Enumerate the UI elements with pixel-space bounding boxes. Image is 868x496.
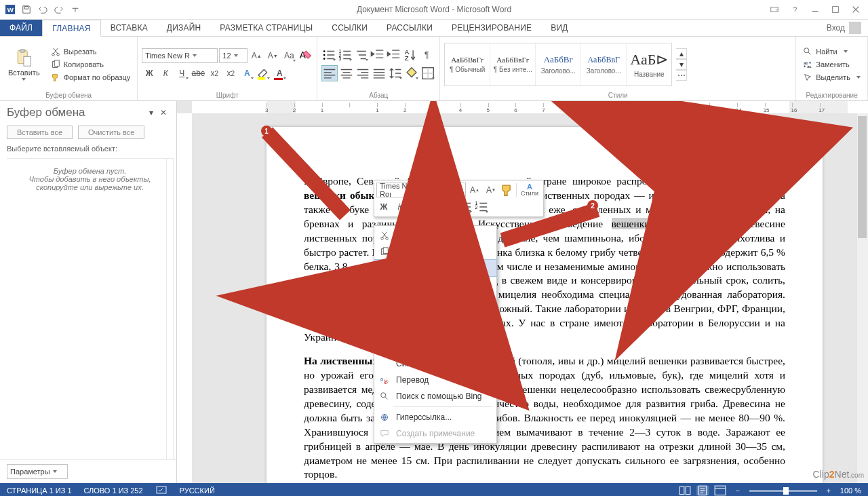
document-text[interactable]: В Европе, Северной Америке, Азии и в наш… (267, 127, 823, 483)
ctx-paste-options-header[interactable]: Параметры вставки: (374, 260, 496, 276)
highlight-icon[interactable] (256, 66, 271, 81)
tab-design[interactable]: ДИЗАЙН (157, 20, 211, 36)
mini-font-combo[interactable]: Times New Roı (376, 183, 439, 197)
spellcheck-icon[interactable] (155, 486, 167, 495)
style-nospacing[interactable]: АаБбВвГг¶ Без инте... (490, 43, 536, 85)
mini-size-combo[interactable]: 12 (440, 183, 466, 197)
view-read-icon[interactable] (679, 486, 691, 495)
tab-mailings[interactable]: РАССЫЛКИ (377, 20, 442, 36)
ctx-synonyms[interactable]: Синонимы (374, 356, 496, 372)
qat-customize-icon[interactable] (68, 2, 83, 17)
mini-grow-font-icon[interactable]: A▲ (467, 183, 482, 197)
mini-numbering-icon[interactable]: 12 (474, 199, 489, 214)
ribbon-display-icon[interactable] (765, 2, 784, 17)
ctx-translate[interactable]: a妙Перевод (374, 372, 496, 388)
grow-font-icon[interactable]: A▲ (249, 48, 264, 63)
replace-button[interactable]: abacЗаменить (800, 58, 863, 71)
undo-icon[interactable] (35, 2, 50, 17)
text-effects-icon[interactable]: A (239, 66, 254, 81)
ctx-search-bing[interactable]: Поиск с помощью Bing (374, 388, 496, 404)
mini-format-painter-icon[interactable] (500, 183, 515, 197)
font-name-combo[interactable]: Times New R (142, 48, 218, 63)
font-color-icon[interactable]: A (272, 66, 287, 81)
zoom-level[interactable]: 100 % (840, 487, 861, 495)
show-marks-icon[interactable]: ¶ (419, 47, 434, 62)
ctx-paste-keep-source[interactable] (393, 278, 415, 302)
word-app-icon[interactable]: W (3, 2, 18, 17)
ctx-paragraph[interactable]: Абзац... (374, 323, 496, 339)
tab-layout[interactable]: РАЗМЕТКА СТРАНИЦЫ (210, 20, 322, 36)
vertical-scrollbar[interactable] (856, 113, 868, 483)
minimize-icon[interactable] (806, 2, 825, 17)
bullets-icon[interactable] (321, 47, 336, 62)
style-heading2[interactable]: АаБбВвГЗаголово... (581, 43, 627, 85)
line-spacing-icon[interactable] (388, 66, 403, 81)
ctx-copy[interactable]: Копировать (374, 244, 496, 260)
align-right-icon[interactable] (355, 66, 370, 81)
maximize-icon[interactable] (826, 2, 845, 17)
vertical-ruler[interactable] (177, 113, 193, 483)
justify-icon[interactable] (372, 66, 387, 81)
shading-icon[interactable] (404, 66, 419, 81)
save-icon[interactable] (19, 2, 34, 17)
mini-font-color-icon[interactable]: A (441, 199, 456, 214)
ctx-define[interactable]: Определить (374, 339, 496, 356)
document-page[interactable]: В Европе, Северной Америке, Азии и в наш… (267, 127, 823, 483)
ctx-hyperlink[interactable]: Гиперссылка... (374, 409, 496, 425)
mini-bullets-icon[interactable] (458, 199, 473, 214)
tab-home[interactable]: ГЛАВНАЯ (42, 20, 100, 37)
shrink-font-icon[interactable]: A▼ (265, 48, 280, 63)
mini-shrink-font-icon[interactable]: A▼ (484, 183, 498, 197)
clear-formatting-icon[interactable]: A (298, 48, 313, 63)
view-print-icon[interactable] (696, 486, 709, 495)
select-button[interactable]: Выделить (800, 71, 863, 83)
mini-highlight-icon[interactable] (425, 199, 440, 214)
account-login[interactable]: Вход (820, 20, 868, 36)
strikethrough-icon[interactable]: abc (191, 66, 205, 81)
style-normal[interactable]: АаБбВвГг¶ Обычный (445, 43, 490, 85)
copy-button[interactable]: Копировать (48, 58, 134, 71)
change-case-icon[interactable]: Aa (281, 48, 296, 63)
tab-review[interactable]: РЕЦЕНЗИРОВАНИЕ (442, 20, 541, 36)
tab-view[interactable]: ВИД (541, 20, 577, 36)
status-language[interactable]: РУССКИЙ (180, 487, 215, 495)
status-words[interactable]: СЛОВО 1 ИЗ 252 (84, 487, 143, 495)
status-page[interactable]: СТРАНИЦА 1 ИЗ 1 (7, 487, 72, 495)
tab-insert[interactable]: ВСТАВКА (101, 20, 157, 36)
font-size-combo[interactable]: 12 (219, 48, 248, 63)
pane-close-icon[interactable]: ✕ (160, 108, 170, 117)
cut-button[interactable]: Вырезать (48, 45, 134, 58)
subscript-icon[interactable]: x2 (207, 66, 222, 81)
align-left-icon[interactable] (321, 65, 338, 81)
mini-underline-icon[interactable]: Ч (409, 199, 424, 214)
zoom-in-icon[interactable]: + (823, 486, 835, 495)
borders-icon[interactable] (420, 66, 435, 81)
close-icon[interactable] (846, 2, 865, 17)
mini-styles-button[interactable]: AСтили (518, 183, 541, 197)
view-web-icon[interactable] (714, 486, 726, 495)
mini-italic-icon[interactable]: К (393, 199, 408, 214)
paste-button[interactable]: Вставить (4, 38, 44, 91)
ctx-cut[interactable]: Вырезать (374, 227, 496, 244)
paste-all-button[interactable]: Вставить все (7, 126, 73, 139)
bold-icon[interactable]: Ж (142, 66, 157, 81)
italic-icon[interactable]: К (158, 66, 173, 81)
multilevel-icon[interactable] (354, 47, 369, 62)
tab-file[interactable]: ФАЙЛ (0, 20, 42, 36)
redo-icon[interactable] (52, 2, 66, 17)
styles-gallery[interactable]: АаБбВвГг¶ Обычный АаБбВвГг¶ Без инте... … (444, 43, 672, 86)
pane-options-button[interactable]: Параметры (7, 464, 68, 479)
numbering-icon[interactable]: 123 (338, 47, 353, 62)
increase-indent-icon[interactable] (387, 47, 401, 62)
find-button[interactable]: Найти (800, 45, 863, 58)
tab-references[interactable]: ССЫЛКИ (322, 20, 377, 36)
pane-dropdown-icon[interactable]: ▾ (146, 105, 156, 120)
ctx-new-comment[interactable]: Создать примечание (374, 425, 496, 442)
horizontal-ruler[interactable]: 3211234567891011121314151617 (192, 101, 868, 114)
zoom-slider[interactable] (749, 490, 817, 492)
clear-all-button[interactable]: Очистить все (78, 126, 144, 139)
styles-more[interactable]: ▴▾⋯ (676, 48, 687, 81)
format-painter-button[interactable]: Формат по образцу (48, 71, 134, 83)
mini-bold-icon[interactable]: Ж (376, 199, 391, 214)
help-icon[interactable]: ? (785, 2, 804, 17)
